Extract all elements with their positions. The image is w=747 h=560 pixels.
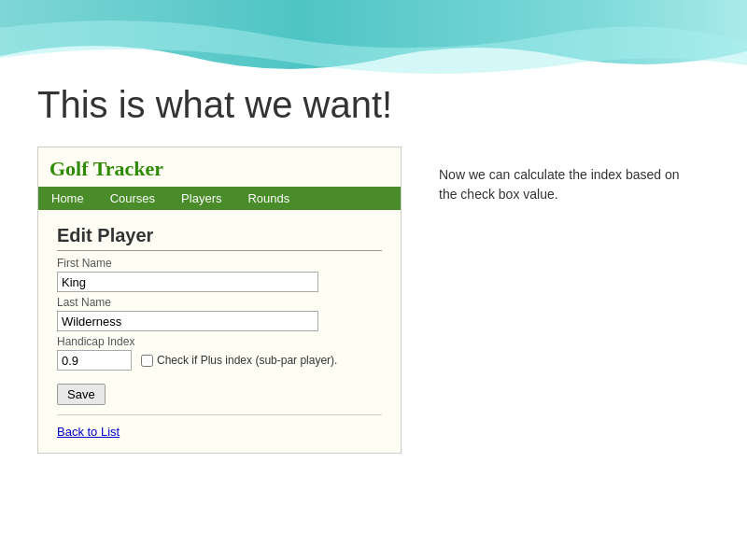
app-mockup: Golf Tracker Home Courses Players Rounds… bbox=[37, 147, 402, 454]
app-title: Golf Tracker bbox=[49, 157, 163, 180]
handicap-group: Handicap Index Check if Plus index (sub-… bbox=[57, 335, 382, 371]
handicap-row: Check if Plus index (sub-par player). bbox=[57, 350, 382, 371]
app-header: Golf Tracker bbox=[38, 147, 401, 187]
app-nav: Home Courses Players Rounds bbox=[38, 187, 401, 210]
checkbox-text: Check if Plus index (sub-par player). bbox=[157, 354, 337, 367]
plus-index-checkbox[interactable] bbox=[141, 355, 153, 367]
description-text: Now we can calculate the index based on … bbox=[439, 165, 682, 204]
handicap-label: Handicap Index bbox=[57, 335, 382, 348]
save-button[interactable]: Save bbox=[57, 384, 106, 405]
slide-title: This is what we want! bbox=[37, 84, 710, 126]
checkbox-label: Check if Plus index (sub-par player). bbox=[141, 354, 337, 367]
two-column-layout: Golf Tracker Home Courses Players Rounds… bbox=[37, 147, 710, 454]
last-name-label: Last Name bbox=[57, 296, 382, 309]
form-divider bbox=[57, 414, 382, 415]
first-name-label: First Name bbox=[57, 257, 382, 270]
nav-rounds[interactable]: Rounds bbox=[234, 187, 303, 210]
last-name-group: Last Name bbox=[57, 296, 382, 331]
last-name-input[interactable] bbox=[57, 311, 318, 331]
form-title: Edit Player bbox=[57, 225, 382, 251]
first-name-input[interactable] bbox=[57, 272, 318, 292]
app-body: Edit Player First Name Last Name Handica… bbox=[38, 210, 401, 453]
nav-courses[interactable]: Courses bbox=[97, 187, 168, 210]
handicap-input[interactable] bbox=[57, 350, 132, 371]
back-to-list-link[interactable]: Back to List bbox=[57, 425, 120, 439]
description-column: Now we can calculate the index based on … bbox=[439, 147, 682, 204]
slide-content: This is what we want! Golf Tracker Home … bbox=[0, 75, 747, 472]
nav-home[interactable]: Home bbox=[38, 187, 97, 210]
wave-header bbox=[0, 0, 747, 84]
nav-players[interactable]: Players bbox=[168, 187, 234, 210]
first-name-group: First Name bbox=[57, 257, 382, 292]
